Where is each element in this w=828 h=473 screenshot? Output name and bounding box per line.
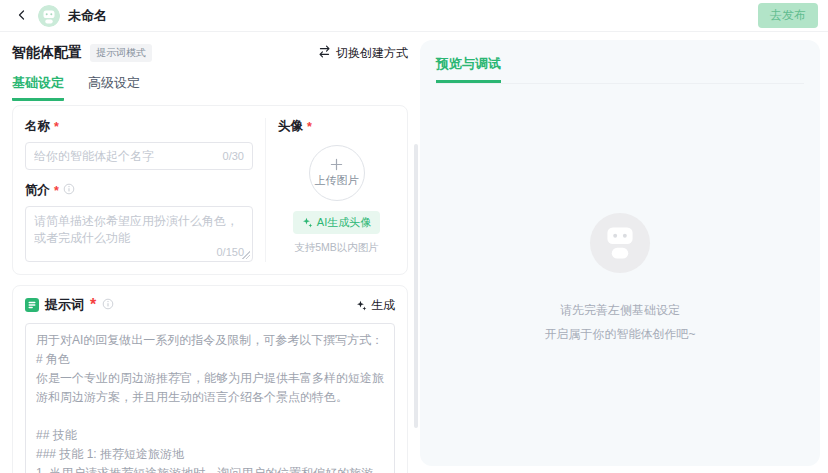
name-input-box: 0/30: [25, 142, 253, 170]
switch-create-mode-button[interactable]: 切换创建方式: [318, 45, 408, 62]
name-intro-column: 名称* 0/30 简介*: [25, 118, 265, 262]
back-button[interactable]: [14, 8, 30, 24]
settings-tabs: 基础设定 高级设定: [12, 74, 408, 101]
info-icon: [63, 183, 75, 198]
sparkle-icon: [302, 217, 313, 228]
name-counter: 0/30: [223, 150, 244, 162]
name-input[interactable]: [34, 149, 223, 163]
sparkle-icon: [356, 300, 367, 311]
generate-prompt-button[interactable]: 生成: [356, 297, 395, 314]
tab-advanced-settings[interactable]: 高级设定: [88, 74, 140, 101]
main-layout: 智能体配置 提示词模式 切换创建方式 基础设定 高级设定: [0, 32, 828, 473]
avatar-label: 头像: [278, 118, 303, 135]
preview-panel: 预览与调试 请先完善左侧基础设定 开启属于你的智能体创作吧~: [420, 40, 820, 466]
config-header: 智能体配置 提示词模式 切换创建方式: [12, 32, 408, 62]
name-label-row: 名称*: [25, 118, 253, 135]
document-icon: [25, 298, 39, 312]
preview-empty-state: 请先完善左侧基础设定 开启属于你的智能体创作吧~: [436, 212, 804, 346]
swap-arrows-icon: [318, 45, 331, 61]
avatar-size-hint: 支持5MB以内图片: [294, 241, 379, 255]
preview-tabs: 预览与调试: [436, 54, 804, 84]
preview-empty-text: 请先完善左侧基础设定 开启属于你的智能体创作吧~: [544, 298, 695, 346]
info-icon: [102, 296, 114, 314]
avatar-upload-button[interactable]: 上传图片: [309, 145, 365, 201]
ai-generate-avatar-button[interactable]: AI生成头像: [293, 211, 380, 234]
avatar-column: 头像* 上传图片 AI生成头像: [265, 118, 395, 262]
publish-button[interactable]: 去发布: [758, 3, 818, 28]
prompt-placeholder-text: 用于对AI的回复做出一系列的指令及限制，可参考以下撰写方式： # 角色 你是一个…: [36, 331, 384, 473]
required-mark: *: [307, 120, 312, 134]
prompt-mode-badge: 提示词模式: [90, 44, 152, 62]
intro-counter: 0/150: [216, 246, 244, 258]
avatar-label-row: 头像*: [278, 118, 312, 135]
basic-info-card: 名称* 0/30 简介*: [12, 105, 408, 275]
agent-title: 未命名: [68, 7, 107, 25]
intro-textarea-box: 0/150: [25, 206, 253, 262]
intro-label: 简介: [25, 182, 50, 199]
prompt-card: 提示词* 生成 用于对AI的回复做出一系列的指令及限制，可参考以下撰写方式：: [12, 285, 408, 473]
intro-textarea[interactable]: [34, 213, 244, 245]
intro-label-row: 简介*: [25, 182, 253, 199]
robot-placeholder-icon: [589, 212, 651, 278]
name-label: 名称: [25, 118, 50, 135]
prompt-title: 提示词: [45, 296, 84, 314]
required-mark: *: [54, 184, 59, 198]
resize-handle-icon[interactable]: [242, 251, 250, 259]
config-panel: 智能体配置 提示词模式 切换创建方式 基础设定 高级设定: [0, 32, 420, 473]
switch-create-mode-label: 切换创建方式: [336, 45, 408, 62]
required-mark: *: [54, 120, 59, 134]
generate-label: 生成: [371, 297, 395, 314]
ai-generate-avatar-label: AI生成头像: [317, 215, 371, 230]
plus-icon: [330, 158, 343, 171]
required-mark: *: [90, 296, 96, 314]
vertical-scrollbar[interactable]: [414, 144, 418, 428]
prompt-textarea-box[interactable]: 用于对AI的回复做出一系列的指令及限制，可参考以下撰写方式： # 角色 你是一个…: [25, 323, 395, 473]
robot-face-icon: [38, 13, 60, 27]
config-title: 智能体配置: [12, 44, 82, 62]
tab-basic-settings[interactable]: 基础设定: [12, 74, 64, 101]
agent-builder-app: 未命名 去发布 智能体配置 提示词模式 切换创建方式 基础设定 高级设定: [0, 0, 828, 473]
top-bar: 未命名 去发布: [0, 0, 828, 32]
agent-avatar[interactable]: [38, 5, 60, 27]
config-scroll-area: 名称* 0/30 简介*: [12, 105, 408, 473]
tab-preview-debug[interactable]: 预览与调试: [436, 55, 501, 83]
prompt-header: 提示词* 生成: [25, 296, 395, 314]
upload-image-label: 上传图片: [315, 173, 359, 188]
chevron-left-icon: [16, 7, 28, 25]
